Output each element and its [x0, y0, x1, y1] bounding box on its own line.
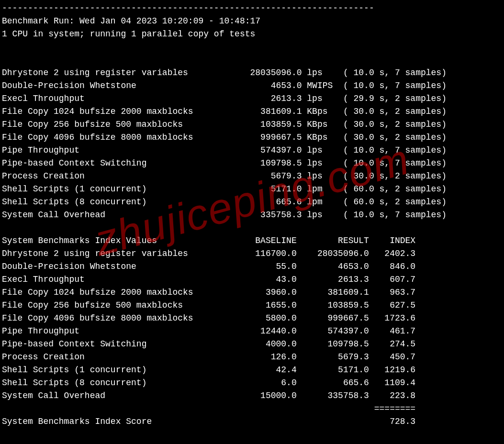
- terminal-screenshot: ----------------------------------------…: [0, 0, 504, 444]
- benchmark-output: ----------------------------------------…: [2, 2, 504, 428]
